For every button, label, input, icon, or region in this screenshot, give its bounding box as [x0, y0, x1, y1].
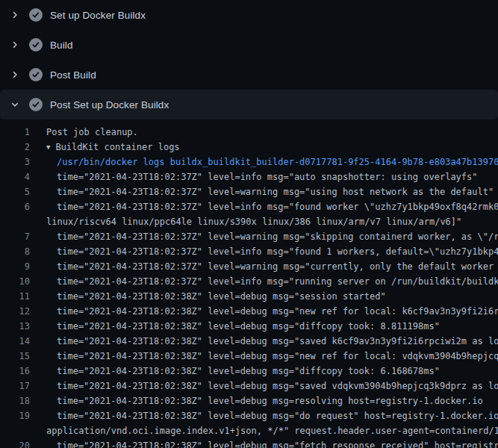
- log-line: 5 time="2021-04-23T18:02:37Z" level=warn…: [0, 184, 498, 199]
- chevron-right-icon: [9, 9, 21, 21]
- step-label: Post Build: [50, 69, 96, 81]
- group-collapse-triangle-icon[interactable]: ▼: [46, 140, 50, 155]
- log-line: 18 time="2021-04-23T18:02:38Z" level=deb…: [0, 393, 498, 408]
- log-line-content: time="2021-04-23T18:02:38Z" level=debug …: [57, 381, 498, 391]
- log-line-number[interactable]: 13: [0, 319, 30, 334]
- log-line-content: BuildKit container logs: [55, 142, 179, 152]
- log-line-content: time="2021-04-23T18:02:38Z" level=debug …: [57, 366, 440, 376]
- log-line-number[interactable]: 19: [0, 408, 30, 423]
- log-line: 1 Post job cleanup.: [0, 125, 498, 140]
- log-line: 4 time="2021-04-23T18:02:37Z" level=info…: [0, 169, 498, 184]
- log-line: 19 time="2021-04-23T18:02:38Z" level=deb…: [0, 408, 498, 423]
- log-line: application/vnd.oci.image.index.v1+json,…: [0, 423, 498, 438]
- chevron-right-icon: [9, 69, 21, 81]
- log-line-number[interactable]: 5: [0, 184, 30, 199]
- log-line: 14 time="2021-04-23T18:02:38Z" level=deb…: [0, 334, 498, 349]
- log-line-content: time="2021-04-23T18:02:38Z" level=debug …: [57, 441, 498, 448]
- log-line-content: time="2021-04-23T18:02:38Z" level=debug …: [57, 411, 498, 421]
- log-line: 3 /usr/bin/docker logs buildx_buildkit_b…: [0, 155, 498, 169]
- log-line-number[interactable]: [0, 423, 30, 438]
- check-circle-icon: [29, 8, 43, 22]
- log-line-text: time="2021-04-23T18:02:37Z" level=info m…: [57, 169, 478, 184]
- log-line-content: time="2021-04-23T18:02:38Z" level=debug …: [57, 336, 498, 346]
- log-line: 16 time="2021-04-23T18:02:38Z" level=deb…: [0, 364, 498, 379]
- log-line: 9 time="2021-04-23T18:02:37Z" level=warn…: [0, 259, 498, 274]
- log-line: 7 time="2021-04-23T18:02:37Z" level=warn…: [0, 229, 498, 244]
- log-line-text: Post job cleanup.: [46, 125, 138, 140]
- chevron-right-icon: [9, 39, 21, 51]
- log-line-number[interactable]: 15: [0, 349, 30, 364]
- log-line-number[interactable]: [0, 214, 30, 229]
- log-line-content: time="2021-04-23T18:02:38Z" level=debug …: [57, 396, 483, 406]
- log-line-text: linux/riscv64 linux/ppc64le linux/s390x …: [46, 214, 461, 229]
- step-row-post-set-up-docker-buildx[interactable]: Post Set up Docker Buildx: [0, 90, 498, 119]
- log-line-number[interactable]: 10: [0, 274, 30, 289]
- log-line-number[interactable]: 1: [0, 125, 30, 140]
- log-line-text: time="2021-04-23T18:02:37Z" level=warnin…: [57, 259, 498, 274]
- log-line-content: time="2021-04-23T18:02:37Z" level=warnin…: [57, 261, 498, 272]
- step-row-post-build[interactable]: Post Build: [0, 60, 498, 90]
- check-circle-icon: [29, 68, 43, 81]
- log-line: 15 time="2021-04-23T18:02:38Z" level=deb…: [0, 349, 498, 364]
- log-line-number[interactable]: 2: [0, 140, 30, 155]
- log-line-text: time="2021-04-23T18:02:38Z" level=debug …: [57, 334, 498, 349]
- log-line-text: time="2021-04-23T18:02:38Z" level=debug …: [57, 379, 498, 393]
- log-line-text: time="2021-04-23T18:02:37Z" level=warnin…: [57, 229, 498, 244]
- step-row-set-up-docker-buildx[interactable]: Set up Docker Buildx: [0, 0, 498, 30]
- log-line-text: application/vnd.oci.image.index.v1+json,…: [46, 423, 498, 438]
- log-line-text: time="2021-04-23T18:02:38Z" level=debug …: [57, 408, 498, 423]
- log-line-content: time="2021-04-23T18:02:37Z" level=warnin…: [57, 231, 498, 242]
- log-line-number[interactable]: 17: [0, 379, 30, 393]
- log-line-content: time="2021-04-23T18:02:37Z" level=info m…: [57, 246, 498, 257]
- log-line-text: time="2021-04-23T18:02:37Z" level=info m…: [57, 199, 498, 214]
- step-list: Set up Docker Buildx Build: [0, 0, 498, 119]
- log-line-content: Post job cleanup.: [46, 127, 138, 137]
- check-circle-icon: [29, 38, 43, 52]
- log-line-text: ▼BuildKit container logs: [46, 140, 180, 155]
- log-line: 11 time="2021-04-23T18:02:38Z" level=deb…: [0, 289, 498, 304]
- log-line-text: time="2021-04-23T18:02:38Z" level=debug …: [57, 393, 483, 408]
- chevron-down-icon: [9, 99, 21, 111]
- log-line-number[interactable]: 8: [0, 244, 30, 259]
- log-line-number[interactable]: 9: [0, 259, 30, 274]
- log-line-content: time="2021-04-23T18:02:38Z" level=debug …: [57, 291, 386, 302]
- step-label: Set up Docker Buildx: [50, 10, 146, 21]
- log-line-content: time="2021-04-23T18:02:38Z" level=debug …: [57, 306, 498, 317]
- log-line: 13 time="2021-04-23T18:02:38Z" level=deb…: [0, 319, 498, 334]
- log-line-text: time="2021-04-23T18:02:38Z" level=debug …: [57, 349, 498, 364]
- log-line-content: /usr/bin/docker logs buildx_buildkit_bui…: [57, 157, 498, 167]
- log-line-text: time="2021-04-23T18:02:37Z" level=warnin…: [57, 184, 494, 199]
- log-line-number[interactable]: 14: [0, 334, 30, 349]
- log-line: 20 time="2021-04-23T18:02:38Z" level=deb…: [0, 438, 498, 448]
- step-row-build[interactable]: Build: [0, 30, 498, 60]
- log-line-content: time="2021-04-23T18:02:37Z" level=info m…: [57, 172, 478, 182]
- log-line: 6 time="2021-04-23T18:02:37Z" level=info…: [0, 199, 498, 214]
- log-line-text: time="2021-04-23T18:02:38Z" level=debug …: [57, 438, 498, 448]
- log-line: 8 time="2021-04-23T18:02:37Z" level=info…: [0, 244, 498, 259]
- log-line-text: time="2021-04-23T18:02:37Z" level=info m…: [57, 244, 498, 259]
- log-line-number[interactable]: 3: [0, 155, 30, 169]
- log-viewer: 1 Post job cleanup. 2 ▼BuildKit containe…: [0, 119, 498, 448]
- log-line-content: time="2021-04-23T18:02:37Z" level=info m…: [57, 202, 498, 212]
- log-line-number[interactable]: 4: [0, 169, 30, 184]
- log-line[interactable]: 2 ▼BuildKit container logs: [0, 140, 498, 155]
- log-line-content: linux/riscv64 linux/ppc64le linux/s390x …: [46, 217, 461, 227]
- log-line-number[interactable]: 16: [0, 364, 30, 379]
- log-line-number[interactable]: 12: [0, 304, 30, 319]
- log-line: 17 time="2021-04-23T18:02:38Z" level=deb…: [0, 379, 498, 393]
- log-line-number[interactable]: 6: [0, 199, 30, 214]
- log-line-number[interactable]: 20: [0, 438, 30, 448]
- log-line-content: application/vnd.oci.image.index.v1+json,…: [46, 426, 498, 436]
- log-line-text: time="2021-04-23T18:02:38Z" level=debug …: [57, 289, 386, 304]
- log-line-number[interactable]: 7: [0, 229, 30, 244]
- log-line: 10 time="2021-04-23T18:02:37Z" level=inf…: [0, 274, 498, 289]
- log-line: linux/riscv64 linux/ppc64le linux/s390x …: [0, 214, 498, 229]
- step-label: Build: [50, 40, 73, 51]
- log-line-content: time="2021-04-23T18:02:38Z" level=debug …: [57, 351, 498, 361]
- log-line-number[interactable]: 11: [0, 289, 30, 304]
- log-line-content: time="2021-04-23T18:02:38Z" level=debug …: [57, 321, 440, 332]
- log-line-number[interactable]: 18: [0, 393, 30, 408]
- log-line-text: time="2021-04-23T18:02:38Z" level=debug …: [57, 319, 440, 334]
- log-line-text: time="2021-04-23T18:02:38Z" level=debug …: [57, 364, 440, 379]
- log-line-content: time="2021-04-23T18:02:37Z" level=warnin…: [57, 187, 494, 197]
